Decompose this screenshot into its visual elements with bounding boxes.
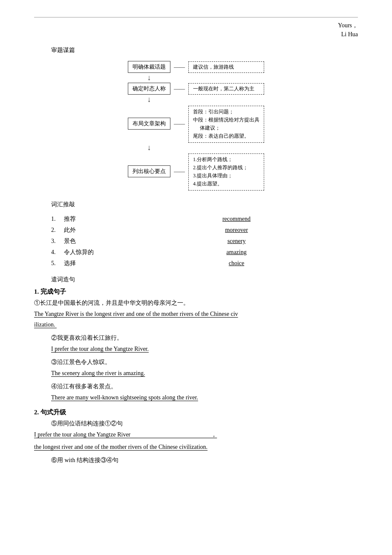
signature-name: Li Hua	[34, 31, 358, 38]
signature-yours: Yours，	[34, 22, 358, 29]
en-sentence-4: There are many well-known sightseeing sp…	[51, 392, 358, 403]
vocab-num-2: 2.	[51, 227, 64, 234]
cn-sentence-4: ④沿江有很多著名景点。	[51, 383, 358, 390]
vocab-en-2: moreover	[225, 227, 248, 234]
cn-sentence-1: ①长江是中国最长的河流，并且是中华文明的母亲河之一。	[34, 299, 358, 307]
subsection1-title: 1. 完成句子	[34, 288, 358, 296]
subsection2: 2. 句式升级 ⑤用同位语结构连接①②句 I prefer the tour a…	[34, 408, 358, 464]
vocab-item-4: 4. 令人惊异的 amazing	[51, 249, 358, 256]
vocab-en-1: recommend	[222, 216, 251, 223]
flow-note-2: 一般现在时，第二人称为主	[188, 83, 264, 95]
vocab-section: 1. 推荐 recommend 2. 此外 moreover 3. 景色 sce…	[51, 215, 358, 267]
en-sentence-2: I prefer the tour along the Yangtze Rive…	[51, 344, 358, 354]
upgrade-en-1b: the longest river and one of the mother …	[34, 442, 358, 452]
section1-title: 审题谋篇	[51, 46, 358, 54]
divider-line	[34, 17, 358, 17]
subsection1: 1. 完成句子 ①长江是中国最长的河流，并且是中华文明的母亲河之一。 The Y…	[34, 288, 358, 403]
flow-note-1: 建议信，旅游路线	[188, 61, 264, 73]
section2-title: 词汇推敲	[51, 201, 358, 208]
flow-note-4: 1.分析两个路线； 2.提出个人推荐的路线； 3.提出具体理由； 4.提出愿望。	[188, 153, 264, 191]
vocab-num-4: 4.	[51, 249, 64, 256]
vocab-item-2: 2. 此外 moreover	[51, 226, 358, 234]
vocab-cn-5: 选择	[64, 260, 115, 267]
vocab-item-3: 3. 景色 scenery	[51, 237, 358, 245]
flow-box-1: 明确体裁话题	[128, 61, 170, 73]
vocab-cn-2: 此外	[64, 226, 115, 234]
vocab-num-1: 1.	[51, 216, 64, 223]
flow-box-2: 确定时态人称	[128, 83, 170, 95]
signature-block: Yours， Li Hua	[34, 22, 358, 38]
en-sentence-3: The scenery along the river is amazing.	[51, 368, 358, 379]
flowchart-container: 明确体裁话题 —— 建议信，旅游路线 ↓ 确定时态人称 —— 一般现在时，第二人…	[34, 61, 358, 191]
vocab-en-3: scenery	[228, 238, 246, 245]
en-sentence-1: The Yangtze River is the longest river a…	[34, 309, 358, 330]
vocab-num-5: 5.	[51, 260, 64, 267]
subsection2-title: 2. 句式升级	[34, 408, 358, 416]
cn-sentence-2: ②我更喜欢沿着长江旅行。	[51, 334, 358, 342]
vocab-en-4: amazing	[226, 249, 246, 256]
vocab-en-5: choice	[229, 260, 245, 267]
vocab-cn-1: 推荐	[64, 215, 115, 223]
upgrade-label-1: ⑤用同位语结构连接①②句	[51, 420, 358, 428]
upgrade-label-2: ⑥用 with 结构连接③④句	[51, 457, 358, 464]
vocab-cn-3: 景色	[64, 237, 115, 245]
vocab-item-5: 5. 选择 choice	[51, 260, 358, 267]
vocab-num-3: 3.	[51, 238, 64, 245]
flow-box-3: 布局文章架构	[128, 118, 170, 130]
vocab-cn-4: 令人惊异的	[64, 249, 115, 256]
flow-note-3: 首段：引出问题； 中段：根据情况给对方提出具 体建议； 尾段：表达自己的愿望。	[188, 106, 264, 143]
cn-sentence-3: ③沿江景色令人惊叹。	[51, 358, 358, 366]
flow-box-4: 列出核心要点	[128, 165, 170, 177]
upgrade-en-1a: I prefer the tour along the Yangtze Rive…	[34, 429, 358, 440]
section3-title: 遣词造句	[51, 276, 358, 283]
vocab-item-1: 1. 推荐 recommend	[51, 215, 358, 223]
